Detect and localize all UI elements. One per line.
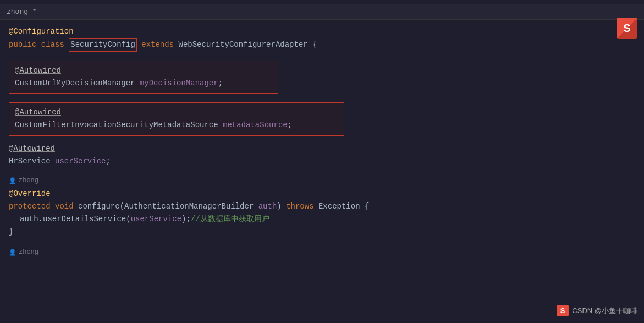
semi-3: ; [106,155,110,168]
close-paren-semi: ); [181,213,191,226]
type-hrservice: HrService [9,155,55,168]
line-configuration: @Configuration [9,25,635,38]
s-logo-box: S [617,18,637,39]
user-icon-2: 👤 [9,248,16,258]
line-autowired-2: @Autowired [15,106,338,119]
line-method-decl: protected void configure(AuthenticationM… [9,200,635,213]
autowired-block-1: @Autowired CustomUrlMyDecisionManager my… [9,57,635,97]
user-name-2: zhong [19,247,38,258]
exception-type: Exception [318,200,360,213]
annotation-autowired-1: @Autowired [15,64,61,77]
type-customfilter: CustomFilterInvocationSecurityMetadataSo… [15,119,223,132]
s-logo-inner: S [617,18,637,39]
code-container: zhong * @Configuration public class Secu… [0,0,644,323]
param-auth: auth [258,200,277,213]
csdn-text: CSDN @小鱼干咖啡 [572,306,637,316]
paren-open: ( [120,200,124,213]
kw-protected: protected [9,200,55,213]
line-override: @Override [9,188,635,200]
kw-throws: throws [286,200,318,213]
open-brace-method: { [360,200,370,213]
annotation-override: @Override [9,188,51,200]
autowired-block-2: @Autowired CustomFilterInvocationSecurit… [9,99,635,139]
param-userservice: userService [131,213,181,226]
line-metadata-source: CustomFilterInvocationSecurityMetadataSo… [15,119,338,132]
type-customurl: CustomUrlMyDecisionManager [15,77,140,90]
line-hrservice: HrService userService; [9,155,635,168]
csdn-logo: S [557,305,569,316]
code-area: @Configuration public class SecurityConf… [0,20,644,265]
box-block-2: @Autowired CustomFilterInvocationSecurit… [9,102,344,135]
user-badge-2: 👤 zhong [9,247,635,258]
var-mydecisionmanager: myDecisionManager [140,77,218,90]
user-badge-1: 👤 zhong [9,176,635,187]
line-autowired-3: @Autowired [9,143,635,155]
var-userservice: userService [55,155,106,168]
line-class-decl: public class SecurityConfig extends WebS… [9,38,635,52]
line-method-body: auth.userDetailsService(userService);//从… [20,213,635,226]
space [254,200,258,213]
user-name-1: zhong [19,176,38,187]
csdn-badge: S CSDN @小鱼干咖啡 [557,305,637,316]
var-metadatasource: metadataSource [223,119,288,132]
closing-brace: } [9,226,13,238]
classname-securityconfig: SecurityConfig [69,38,137,52]
kw-void: void [55,200,78,213]
kw-public: public [9,39,41,51]
param-type-auth: AuthenticationManagerBuilder [124,200,254,213]
paren-close: ) [277,200,286,213]
open-brace: { [308,39,317,51]
line-autowired-1: @Autowired [15,64,272,77]
s-logo-watermark: S [617,18,637,39]
annotation-autowired-2: @Autowired [15,106,61,119]
semi-2: ; [288,119,292,132]
comment-text: //从数据库中获取用户 [191,213,269,226]
method-configure: configure [78,200,120,213]
top-bar: zhong * [0,4,644,20]
annotation-configuration: @Configuration [9,25,74,38]
auth-call: auth.userDetailsService( [20,213,131,226]
user-icon-1: 👤 [9,176,16,186]
annotation-autowired-3: @Autowired [9,143,55,155]
semi-1: ; [218,77,223,90]
line-decision-manager: CustomUrlMyDecisionManager myDecisionMan… [15,77,272,90]
line-closing-brace: } [9,226,635,238]
tab-filename: zhong * [7,8,37,16]
box-block-1: @Autowired CustomUrlMyDecisionManager my… [9,61,278,94]
parent-class: WebSecurityConfigurerAdapter [178,39,307,51]
kw-extends: extends [137,39,179,51]
kw-class: class [41,39,69,51]
